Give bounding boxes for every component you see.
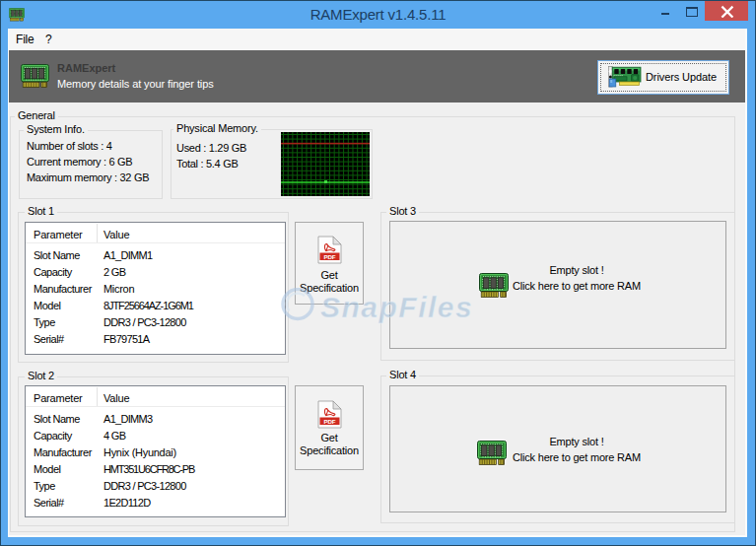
svg-text:PDF: PDF: [324, 253, 336, 260]
svg-text:PDF: PDF: [324, 418, 336, 425]
